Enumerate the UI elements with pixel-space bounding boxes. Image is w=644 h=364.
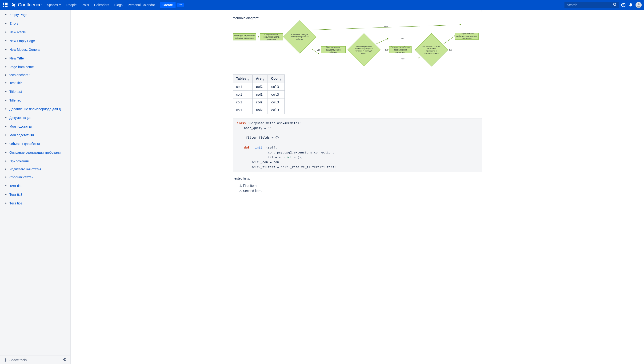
diagram-edge — [376, 50, 389, 50]
bullet-icon: • — [5, 55, 7, 62]
create-more-button[interactable] — [177, 3, 184, 6]
diagram-node-5: Новые первичные события приходят в течен… — [352, 38, 376, 62]
space-tools-button[interactable]: Space tools — [4, 358, 27, 362]
sidebar-item[interactable]: •Test Title — [0, 79, 70, 88]
bullet-icon: • — [5, 12, 7, 18]
sidebar-item[interactable]: •Приложения — [0, 157, 70, 166]
bullet-icon: • — [5, 200, 7, 206]
diagram-label-no: Нет — [401, 58, 404, 60]
sidebar-item-label: Моя подстатья — [10, 124, 32, 129]
sidebar-item[interactable]: •New Title — [0, 54, 70, 63]
sidebar-item-label: Test Title — [10, 80, 22, 86]
sidebar-item-label: Документация — [10, 116, 31, 120]
confluence-logo[interactable]: Confluence — [11, 2, 42, 8]
primary-nav: Spaces People Polls Calendars Blogs Pers… — [45, 1, 157, 9]
sidebar-item[interactable]: tech anchors 1 — [0, 72, 70, 79]
sidebar-item[interactable]: Родительская статья — [0, 166, 70, 173]
svg-point-5 — [5, 359, 6, 360]
sidebar-item[interactable]: •Моя подстатьяя — [0, 131, 70, 140]
diagram-label: mermaid diagram: — [233, 16, 482, 20]
bullet-icon: • — [5, 150, 7, 156]
search-icon[interactable] — [613, 2, 617, 7]
diagram-node-4: Продолжается существующее событие — [321, 46, 346, 53]
search-wrapper — [564, 2, 618, 8]
sidebar-item[interactable]: •Объекты доработки — [0, 140, 70, 148]
sidebar-item[interactable]: •New Modes: General — [0, 45, 70, 54]
sidebar-item[interactable]: •Тест titl3 — [0, 190, 70, 199]
sidebar-item[interactable]: •Сборник статей — [0, 173, 70, 182]
table-header[interactable]: Are▲▼ — [253, 75, 268, 83]
table-cell: col3 — [268, 98, 285, 106]
sidebar-item[interactable]: •Title тест — [0, 96, 70, 105]
gear-icon — [4, 358, 8, 362]
notifications-icon[interactable] — [628, 2, 634, 8]
sidebar-item[interactable]: •Empty Page — [0, 10, 70, 19]
sort-icon: ▲▼ — [247, 78, 249, 81]
search-input[interactable] — [564, 2, 618, 8]
bullet-icon: • — [5, 46, 7, 53]
diagram-edge — [256, 37, 259, 37]
diagram-label-yes: Да — [449, 49, 452, 51]
sidebar-item[interactable]: •New Empty Page — [0, 37, 70, 45]
chevron-right-icon — [5, 168, 7, 170]
sidebar-item[interactable]: •Моя подстатья — [0, 122, 70, 131]
diagram-edge — [376, 58, 420, 58]
sidebar-item-label: Тест titl3 — [10, 192, 22, 197]
bullet-icon: • — [5, 80, 7, 86]
help-icon[interactable] — [620, 2, 626, 8]
mermaid-diagram: Приходит первичное событие движения Отпр… — [233, 23, 482, 68]
sidebar-item-label: New Modes: General — [10, 47, 41, 52]
table-header[interactable]: Cool▲▼ — [268, 75, 285, 83]
bullet-icon: • — [5, 20, 7, 27]
sidebar-item-label: New Title — [10, 56, 24, 61]
sidebar-footer: Space tools — [0, 356, 70, 364]
sidebar-item-label: Title тест — [10, 98, 23, 103]
nav-personal-calendar[interactable]: Personal Calendar — [125, 1, 157, 9]
table-cell: col3 — [268, 91, 285, 98]
table-header[interactable]: Tables▲▼ — [233, 75, 253, 83]
sidebar-item-label: Объекты доработки — [10, 142, 40, 146]
nav-polls[interactable]: Polls — [79, 1, 91, 9]
page-tree[interactable]: •Empty Page•Errors•New article•New Empty… — [0, 10, 70, 356]
sidebar-item[interactable]: •Документация — [0, 114, 70, 122]
sidebar-item-label: New article — [10, 30, 26, 35]
sidebar-item-label: tech anchors 1 — [10, 72, 31, 78]
bullet-icon: • — [5, 88, 7, 95]
sidebar-item[interactable]: •Добавление промопериода для д — [0, 105, 70, 114]
svg-point-0 — [613, 3, 616, 6]
nested-label: nested lists: — [233, 176, 482, 180]
sidebar-item[interactable]: •Тест titl2 — [0, 182, 70, 190]
sidebar-item-label: Добавление промопериода для д — [10, 107, 61, 112]
sidebar-resize-handle[interactable]: ⋮⋮ — [68, 186, 71, 188]
sidebar-collapse-button[interactable] — [63, 358, 67, 362]
user-avatar[interactable] — [635, 2, 642, 8]
table-cell: col1 — [233, 98, 253, 106]
main-content[interactable]: mermaid diagram: Приходит первичное собы… — [71, 10, 644, 364]
table-cell: col2 — [253, 91, 268, 98]
nav-people[interactable]: People — [64, 1, 79, 9]
nav-blogs[interactable]: Blogs — [112, 1, 125, 9]
sort-icon: ▲▼ — [279, 78, 281, 81]
sidebar-item[interactable]: •Тест title — [0, 199, 70, 208]
sidebar-item[interactable]: •Errors — [0, 19, 70, 28]
space-tools-label: Space tools — [10, 358, 27, 362]
nav-calendars[interactable]: Calendars — [92, 1, 112, 9]
bullet-icon: • — [5, 183, 7, 189]
nav-spaces[interactable]: Spaces — [45, 1, 64, 9]
nested-list: First item. Second item. — [233, 183, 482, 194]
sidebar-item[interactable]: •Page from home — [0, 63, 70, 72]
sidebar-item[interactable]: •Описание реализации требовани — [0, 148, 70, 157]
table-row: col1col2col3 — [233, 83, 285, 91]
bullet-icon: • — [5, 64, 7, 70]
table-cell: col1 — [233, 106, 253, 114]
table-cell: col1 — [233, 83, 253, 91]
diagram-node-2: Отправляется событие начала движения — [260, 33, 283, 40]
svg-point-4 — [638, 3, 639, 5]
content-box-top — [233, 10, 482, 12]
create-button[interactable]: Create — [160, 2, 176, 8]
table-row: col1col2col3 — [233, 91, 285, 98]
sidebar-item[interactable]: •New article — [0, 28, 70, 37]
diagram-edge — [375, 38, 388, 44]
app-switcher-icon[interactable] — [2, 2, 8, 8]
sidebar-item[interactable]: •Title-test — [0, 88, 70, 96]
